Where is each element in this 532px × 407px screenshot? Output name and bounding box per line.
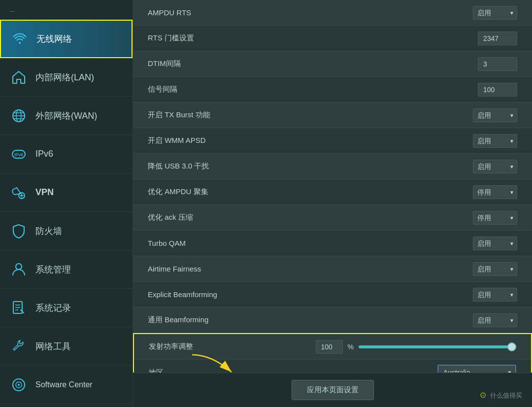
select-wrapper-ampdu-agg: 启用 停用 bbox=[473, 185, 517, 199]
sidebar-item-nettool[interactable]: 网络工具 bbox=[0, 327, 133, 366]
control-rts-threshold: 2347 bbox=[478, 32, 517, 45]
sidebar-label-lan: 内部网络(LAN) bbox=[35, 71, 94, 83]
main-content: AMPDU RTS 启用 停用 RTS 门槛设置 2347 bbox=[133, 0, 532, 407]
control-ampdu-agg: 启用 停用 bbox=[473, 185, 517, 199]
sidebar-label-vpn: VPN bbox=[35, 187, 54, 198]
label-general-beamforming: 通用 Beamforming bbox=[148, 315, 473, 325]
control-signal-interval: 100 bbox=[478, 83, 517, 97]
sidebar-item-vpn[interactable]: VPN bbox=[0, 173, 133, 212]
row-usb30: 降低 USB 3.0 干扰 启用 停用 bbox=[133, 154, 532, 179]
select-wrapper-tx-burst: 启用 停用 bbox=[473, 108, 517, 122]
apply-section: 应用本页面设置 ⊙ 什么值得买 bbox=[133, 373, 532, 407]
select-ack-compress[interactable]: 启用 停用 bbox=[473, 211, 517, 225]
select-wmm-apsd[interactable]: 启用 停用 bbox=[473, 134, 517, 148]
svg-text:IPv6: IPv6 bbox=[14, 152, 23, 157]
power-control: % bbox=[316, 340, 516, 354]
row-tx-burst: 开启 TX Burst 功能 启用 停用 bbox=[133, 102, 532, 128]
row-rts-threshold: RTS 门槛设置 2347 bbox=[133, 26, 532, 51]
arrow-annotation bbox=[182, 350, 241, 381]
control-airtime-fairness: 启用 停用 bbox=[473, 262, 517, 276]
sidebar-label-wan: 外部网络(WAN) bbox=[35, 110, 97, 122]
wifi-icon bbox=[11, 30, 29, 48]
input-rts-threshold[interactable]: 2347 bbox=[478, 32, 517, 45]
control-ampdu-rts: 启用 停用 bbox=[473, 6, 517, 20]
label-ampdu-agg: 优化 AMPDU 聚集 bbox=[148, 187, 473, 197]
control-turbo-qam: 启用 停用 bbox=[473, 237, 517, 250]
label-explicit-beamforming: Explicit Beamforming bbox=[148, 290, 473, 299]
sidebar-label-wireless: 无线网络 bbox=[36, 33, 72, 45]
vpn-icon bbox=[10, 184, 28, 202]
control-region: Australia China USA Japan Europe bbox=[437, 365, 516, 373]
sidebar-label-firewall: 防火墙 bbox=[35, 225, 62, 237]
select-general-beamforming[interactable]: 启用 停用 bbox=[473, 313, 517, 327]
input-signal-interval[interactable]: 100 bbox=[478, 83, 517, 97]
label-usb30: 降低 USB 3.0 干扰 bbox=[148, 162, 473, 171]
select-wrapper-ampdu-rts: 启用 停用 bbox=[473, 6, 517, 20]
select-ampdu-rts[interactable]: 启用 停用 bbox=[473, 6, 517, 20]
sidebar-item-wan[interactable]: 外部网络(WAN) bbox=[0, 97, 133, 135]
select-wrapper-wmm-apsd: 启用 停用 bbox=[473, 134, 517, 148]
select-airtime-fairness[interactable]: 启用 停用 bbox=[473, 262, 517, 276]
input-power-value[interactable] bbox=[316, 340, 343, 354]
software-icon bbox=[10, 376, 28, 394]
shield-icon bbox=[10, 222, 28, 240]
sidebar-item-lan[interactable]: 内部网络(LAN) bbox=[0, 58, 133, 97]
watermark-icon: ⊙ bbox=[480, 391, 486, 399]
sidebar-item-sysmanage[interactable]: 系统管理 bbox=[0, 250, 133, 289]
row-explicit-beamforming: Explicit Beamforming 启用 停用 bbox=[133, 282, 532, 307]
power-percent-label: % bbox=[348, 343, 354, 351]
label-dtim: DTIM间隔 bbox=[148, 59, 478, 68]
tool-icon bbox=[10, 338, 28, 355]
control-explicit-beamforming: 启用 停用 bbox=[473, 288, 517, 302]
select-turbo-qam[interactable]: 启用 停用 bbox=[473, 237, 517, 250]
sidebar-partial-top: ... bbox=[0, 0, 133, 20]
svg-point-10 bbox=[16, 264, 22, 270]
control-ack-compress: 启用 停用 bbox=[473, 211, 517, 225]
row-turbo-qam: Turbo QAM 启用 停用 bbox=[133, 231, 532, 256]
settings-area: AMPDU RTS 启用 停用 RTS 门槛设置 2347 bbox=[133, 0, 532, 373]
select-region[interactable]: Australia China USA Japan Europe bbox=[437, 365, 516, 373]
row-airtime-fairness: Airtime Fairness 启用 停用 bbox=[133, 256, 532, 282]
label-airtime-fairness: Airtime Fairness bbox=[148, 265, 473, 273]
user-icon bbox=[10, 261, 28, 278]
label-tx-burst: 开启 TX Burst 功能 bbox=[148, 110, 473, 120]
sidebar-item-syslog[interactable]: 系统记录 bbox=[0, 289, 133, 327]
home-icon bbox=[10, 68, 28, 86]
input-dtim[interactable]: 3 bbox=[478, 57, 517, 71]
control-dtim: 3 bbox=[478, 57, 517, 71]
sidebar-item-ipv6[interactable]: IPv6 IPv6 bbox=[0, 135, 133, 173]
select-wrapper-explicit-beamforming: 启用 停用 bbox=[473, 288, 517, 302]
svg-point-17 bbox=[18, 384, 20, 386]
sidebar-label-nettool: 网络工具 bbox=[35, 340, 71, 352]
ipv6-icon: IPv6 bbox=[10, 145, 28, 163]
apply-button[interactable]: 应用本页面设置 bbox=[292, 380, 374, 400]
select-wrapper-ack-compress: 启用 停用 bbox=[473, 211, 517, 225]
select-usb30[interactable]: 启用 停用 bbox=[473, 160, 517, 173]
sidebar-item-softcenter[interactable]: Software Center bbox=[0, 366, 133, 404]
select-tx-burst[interactable]: 启用 停用 bbox=[473, 108, 517, 122]
row-ampdu-rts: AMPDU RTS 启用 停用 bbox=[133, 0, 532, 26]
sidebar-item-firewall[interactable]: 防火墙 bbox=[0, 212, 133, 250]
select-wrapper-general-beamforming: 启用 停用 bbox=[473, 313, 517, 327]
select-wrapper-turbo-qam: 启用 停用 bbox=[473, 237, 517, 250]
row-ampdu-agg: 优化 AMPDU 聚集 启用 停用 bbox=[133, 179, 532, 205]
log-icon bbox=[10, 299, 28, 317]
sidebar-label-sysmanage: 系统管理 bbox=[35, 264, 71, 275]
control-wmm-apsd: 启用 停用 bbox=[473, 134, 517, 148]
sidebar: ... 无线网络 内部网络(LAN) bbox=[0, 0, 133, 407]
select-wrapper-airtime-fairness: 启用 停用 bbox=[473, 262, 517, 276]
sidebar-item-wireless[interactable]: 无线网络 bbox=[0, 20, 133, 58]
select-explicit-beamforming[interactable]: 启用 停用 bbox=[473, 288, 517, 302]
select-ampdu-agg[interactable]: 启用 停用 bbox=[473, 185, 517, 199]
control-usb30: 启用 停用 bbox=[473, 160, 517, 173]
label-ack-compress: 优化 ack 压缩 bbox=[148, 213, 473, 222]
row-general-beamforming: 通用 Beamforming 启用 停用 bbox=[133, 307, 532, 333]
sidebar-label-syslog: 系统记录 bbox=[35, 302, 71, 314]
row-ack-compress: 优化 ack 压缩 启用 停用 bbox=[133, 205, 532, 231]
power-slider[interactable] bbox=[359, 345, 516, 348]
region-select-wrapper: Australia China USA Japan Europe bbox=[437, 365, 516, 373]
label-ampdu-rts: AMPDU RTS bbox=[148, 8, 473, 17]
sidebar-label-softcenter: Software Center bbox=[35, 380, 93, 389]
control-general-beamforming: 启用 停用 bbox=[473, 313, 517, 327]
label-turbo-qam: Turbo QAM bbox=[148, 239, 473, 247]
